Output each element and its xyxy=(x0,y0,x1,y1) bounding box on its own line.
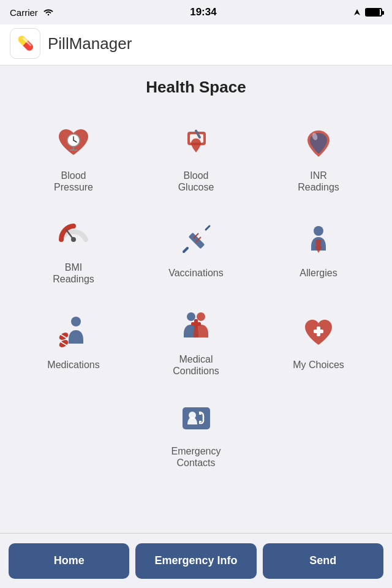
battery-icon xyxy=(365,8,382,17)
inr-readings-label: INRReadings xyxy=(298,170,339,193)
emergency-contacts-icon xyxy=(175,398,217,440)
svg-rect-31 xyxy=(183,407,210,429)
grid-item-vaccinations[interactable]: Vaccinations xyxy=(135,203,257,295)
svg-rect-19 xyxy=(315,239,322,241)
grid-item-allergies[interactable]: Allergies xyxy=(257,203,380,295)
health-grid: BloodPressure Blood xyxy=(6,111,386,479)
svg-line-14 xyxy=(184,248,187,252)
grid-item-blood-pressure[interactable]: BloodPressure xyxy=(12,111,135,203)
blood-pressure-label: BloodPressure xyxy=(54,170,93,193)
svg-point-11 xyxy=(71,237,76,242)
vaccinations-icon xyxy=(175,219,217,262)
status-bar: Carrier 19:34 xyxy=(0,0,392,24)
page-title: Health Space xyxy=(146,78,246,97)
carrier-text: Carrier xyxy=(10,7,38,18)
grid-row-4: EmergencyContacts xyxy=(6,387,386,479)
blood-glucose-label: BloodGlucose xyxy=(178,170,214,193)
status-time: 19:34 xyxy=(190,6,216,18)
inr-readings-icon xyxy=(297,122,340,165)
wifi-icon xyxy=(43,8,54,17)
svg-point-17 xyxy=(314,226,323,236)
bmi-readings-label: BMIReadings xyxy=(53,262,94,285)
medical-conditions-label: MedicalConditions xyxy=(173,353,219,377)
grid-item-bmi-readings[interactable]: BMIReadings xyxy=(12,203,135,295)
vaccinations-label: Vaccinations xyxy=(168,267,224,279)
blood-pressure-icon xyxy=(52,122,95,165)
home-button[interactable]: Home xyxy=(9,543,129,579)
svg-marker-0 xyxy=(354,9,360,15)
app-logo: 💊 xyxy=(10,28,40,59)
grid-item-emergency-contacts[interactable]: EmergencyContacts xyxy=(135,387,257,479)
grid-item-inr-readings[interactable]: INRReadings xyxy=(257,111,380,203)
grid-row-1: BloodPressure Blood xyxy=(6,111,386,203)
bottom-bar: Home Emergency Info Send xyxy=(0,533,392,588)
emergency-contacts-label: EmergencyContacts xyxy=(172,445,221,469)
bmi-readings-icon xyxy=(52,214,95,257)
grid-item-blood-glucose[interactable]: BloodGlucose xyxy=(135,111,257,203)
my-choices-icon xyxy=(297,311,340,354)
grid-item-my-choices[interactable]: My Choices xyxy=(257,295,380,387)
main-content: Health Space xyxy=(0,66,392,491)
svg-rect-30 xyxy=(314,330,323,333)
allergies-icon xyxy=(297,219,340,262)
emergency-info-button[interactable]: Emergency Info xyxy=(135,543,256,579)
grid-row-3: Medications xyxy=(6,295,386,387)
svg-line-13 xyxy=(206,226,209,230)
grid-item-medical-conditions[interactable]: MedicalConditions xyxy=(135,295,257,387)
app-header: 💊 PillManager xyxy=(0,24,392,66)
allergies-label: Allergies xyxy=(300,267,337,279)
svg-point-26 xyxy=(197,312,205,321)
svg-rect-28 xyxy=(191,322,201,326)
status-right-icons xyxy=(353,8,382,17)
carrier-info: Carrier xyxy=(10,7,54,18)
medications-label: Medications xyxy=(47,359,99,371)
svg-point-25 xyxy=(187,312,195,321)
svg-point-20 xyxy=(71,317,81,326)
grid-item-medications[interactable]: Medications xyxy=(12,295,135,387)
my-choices-label: My Choices xyxy=(293,359,344,371)
blood-glucose-icon xyxy=(175,122,217,165)
svg-rect-18 xyxy=(316,241,321,247)
send-button[interactable]: Send xyxy=(263,543,383,579)
app-name: PillManager xyxy=(48,34,132,53)
medications-icon xyxy=(52,311,95,354)
grid-row-2: BMIReadings xyxy=(6,203,386,295)
medical-conditions-icon xyxy=(175,306,217,349)
location-icon xyxy=(353,8,361,17)
